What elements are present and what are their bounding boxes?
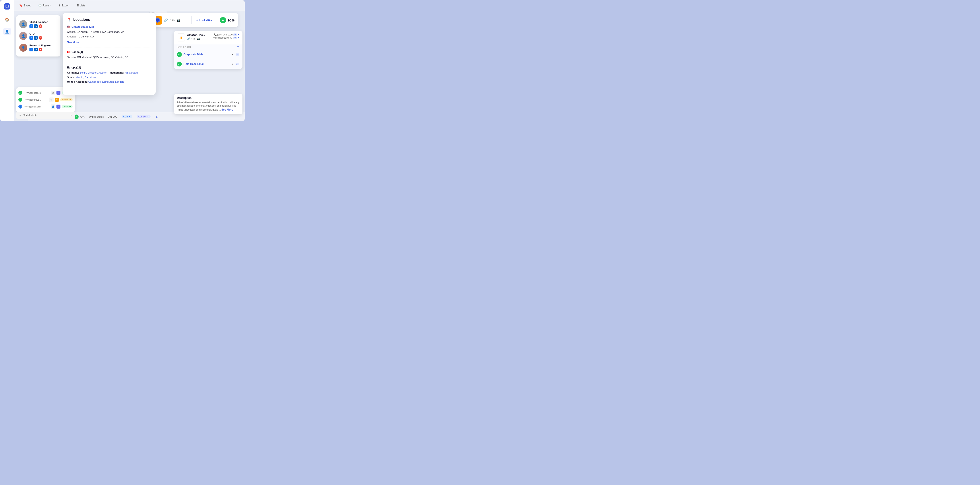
modal-title: 📍 Locations [67, 18, 151, 22]
vertical-divider-2 [217, 16, 217, 24]
recent-button[interactable]: 🕐 Recent [37, 3, 53, 8]
dropdown-icon-role[interactable]: ▼ [232, 63, 234, 65]
link-icon[interactable]: 🔗 [164, 18, 168, 22]
amazon-fb-icon[interactable]: f [191, 37, 192, 40]
contact-close-icon[interactable]: ✕ [147, 115, 149, 118]
people-panel: 👤 CEO & Founder f in ✉ 👤 CTO [16, 15, 60, 56]
social-media-icon: ✦ [19, 113, 21, 117]
europe-location-section: Europe(21) Germany: Berlin, Dresden, Aac… [67, 66, 151, 87]
person-info-cto: CTO f in ✉ [29, 32, 57, 40]
locations-modal: 📍 Locations 🇺🇸 United States (24) Atlant… [63, 13, 156, 95]
email-plus-badge: 2+ [233, 37, 237, 39]
europe-country: Europe(21) [67, 66, 151, 69]
score-text: 95% [228, 18, 234, 22]
top-nav: 🔖 Saved 🕐 Recent ⬇ Export ☰ Lists [14, 0, 245, 11]
canada-flag: 🇨🇦 [67, 51, 70, 54]
role-email-label[interactable]: Role-Base Email [183, 62, 230, 65]
linkedin-icon-eng[interactable]: in [34, 48, 38, 51]
role-email-badge: A+ [177, 62, 182, 67]
corporate-dials-label[interactable]: Corporate Dials [183, 53, 230, 56]
email-badge-3: P [56, 105, 60, 108]
amazon-li-icon[interactable]: in [194, 37, 196, 40]
amazon-logo: a [177, 34, 185, 41]
facebook-icon-cto[interactable]: f [29, 36, 33, 40]
linkedin-icon-cto[interactable]: in [34, 36, 38, 40]
email-status-3: Verified [62, 105, 73, 108]
instagram-icon[interactable]: 📷 [177, 18, 180, 22]
export-button[interactable]: ⬇ Export [56, 3, 71, 8]
facebook-icon-ceo[interactable]: f [29, 24, 33, 28]
facebook-icon[interactable]: f [170, 18, 170, 22]
logo-icon [4, 3, 10, 10]
email-icon-cto[interactable]: ✉ [39, 36, 42, 40]
amazon-link-icon[interactable]: 🔗 [187, 37, 190, 40]
bottom-size: 101-200 [108, 115, 117, 118]
company-logo-area: 🔗 f in 📷 [153, 16, 189, 25]
email-copy-2[interactable]: ⊞ [49, 97, 54, 102]
clock-icon: 🕐 [38, 4, 41, 7]
sidebar-item-people[interactable]: 👤 [3, 28, 11, 35]
us-country-link[interactable]: United States (24) [72, 25, 94, 28]
dropdown-arrow[interactable]: ▼ [238, 34, 239, 36]
linkedin-icon-ceo[interactable]: in [34, 24, 38, 28]
lists-button[interactable]: ☰ Lists [75, 3, 87, 8]
amazon-info: Amazon, Inc... 🔗 f in 📷 [187, 34, 210, 40]
bottom-score: 73% [80, 115, 84, 118]
bookmark-icon: 🔖 [19, 4, 22, 7]
saved-button[interactable]: 🔖 Saved [18, 3, 33, 8]
person-social-ceo: f in ✉ [29, 24, 57, 28]
list-icon: ☰ [76, 4, 79, 7]
export-label: Export [62, 4, 69, 7]
phone-icon: 📞 [214, 34, 216, 36]
plus-add-icon[interactable]: ⊕ [237, 45, 239, 49]
recent-label: Recent [43, 4, 51, 7]
amazon-name: Amazon, Inc... [187, 34, 210, 37]
saved-label: Saved [24, 4, 31, 7]
country-cell: United States [89, 115, 103, 118]
canada-country: 🇨🇦 Canda(4) [67, 51, 151, 54]
sidebar-item-home[interactable]: 🏠 [3, 16, 11, 23]
email-copy-1[interactable]: ⊞ [51, 91, 55, 95]
person-title-cto: CTO [29, 32, 57, 35]
email-icon-ceo[interactable]: ✉ [39, 24, 42, 28]
avatar-cto: 👤 [19, 32, 27, 40]
company-social-icons: 🔗 f in 📷 [164, 18, 180, 22]
chevron-down-icon: ▼ [70, 114, 72, 116]
person-social-cto: f in ✉ [29, 36, 57, 40]
email-icon-eng[interactable]: ✉ [39, 48, 42, 51]
linkedin-icon[interactable]: in [172, 18, 175, 22]
us-flag: 🇺🇸 [67, 25, 70, 28]
person-title-ceo: CEO & Founder [29, 21, 57, 24]
avatar-ceo: 👤 [19, 20, 27, 28]
email-text-3: ******@gmail.com [24, 105, 49, 108]
social-media-row[interactable]: ✦ Social Media ▼ [16, 112, 75, 119]
email-status-2: Catch-All [60, 98, 73, 101]
contact-tag[interactable]: Contact ✕ [137, 115, 150, 118]
description-see-more[interactable]: See More [221, 108, 233, 111]
lists-label: Lists [80, 4, 86, 7]
lookalike-button[interactable]: + Lookalike [194, 17, 214, 23]
email-dropdown-arrow[interactable]: ▼ [238, 37, 239, 39]
us-see-more[interactable]: See More [67, 41, 79, 44]
us-country: 🇺🇸 United States (24) [67, 25, 151, 28]
facebook-icon-eng[interactable]: f [29, 48, 33, 51]
email-copy-3[interactable]: 👤 [51, 104, 55, 109]
add-column-icon[interactable]: ⊕ [156, 115, 159, 118]
size-label: Size: [177, 46, 182, 48]
canada-cities: Toronto, ON Montreal, QC Vancouver, BC V… [67, 55, 151, 60]
match-score: A 95% [220, 17, 234, 23]
email-indicator-1: A+ [18, 91, 22, 95]
app-container: 🏠 👤 🔖 Saved 🕐 Recent ⬇ Export ☰ Lists [0, 0, 245, 121]
dropdown-icon-corporate[interactable]: ▼ [232, 53, 234, 56]
amazon-ig-icon[interactable]: 📷 [197, 37, 200, 40]
cold-close-icon[interactable]: ✕ [129, 115, 130, 118]
description-title: Description [177, 96, 239, 99]
bottom-country: United States [89, 115, 103, 118]
email-badge-1: P [56, 91, 60, 95]
amazon-email: ✉ info@amazon.c... 2+ ▼ [213, 37, 239, 39]
cold-tag[interactable]: Cold ✕ [122, 115, 132, 118]
person-item-ceo: 👤 CEO & Founder f in ✉ [19, 18, 57, 30]
amazon-panel: a Amazon, Inc... 🔗 f in 📷 📞 (206)-266-10… [174, 31, 242, 69]
email-row-2: A+ ******@airbnb.c... ⊞ S Catch-All [18, 96, 73, 103]
email-indicator-3: 👤 [18, 105, 22, 108]
